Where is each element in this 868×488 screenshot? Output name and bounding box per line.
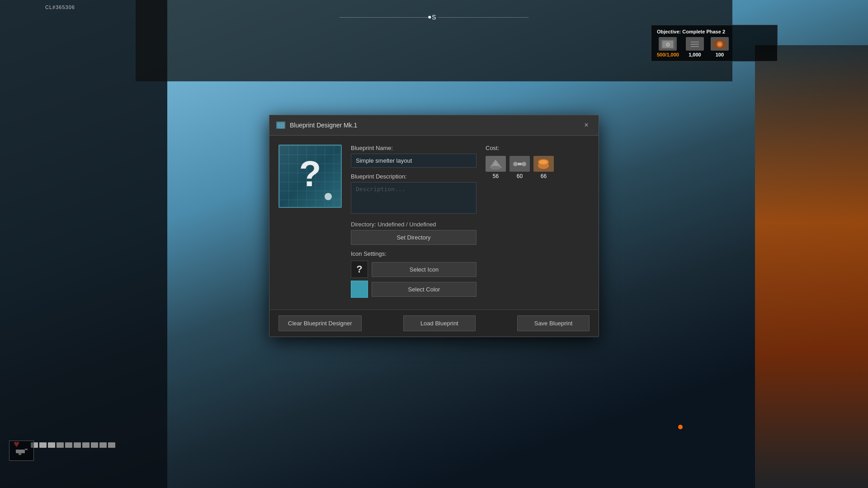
save-blueprint-button[interactable]: Save Blueprint <box>517 315 590 331</box>
select-color-row: Select Color <box>351 281 476 298</box>
svg-point-28 <box>539 160 548 164</box>
svg-point-23 <box>513 162 518 166</box>
blueprint-designer-dialog: Blueprint Designer Mk.1 × ? Blueprint Na… <box>269 115 599 337</box>
cost-icon-copper <box>533 156 554 172</box>
close-button[interactable]: × <box>581 120 592 131</box>
cost-count-copper: 66 <box>541 173 547 179</box>
blueprint-title-icon <box>276 122 285 129</box>
dot-indicator <box>325 193 332 200</box>
dialog-body: ? Blueprint Name: Blueprint Description: <box>269 136 599 310</box>
dialog-footer: Clear Blueprint Designer Load Blueprint … <box>269 310 599 337</box>
cost-panel: Cost: 56 <box>486 145 590 300</box>
dialog-titlebar: Blueprint Designer Mk.1 × <box>269 115 599 136</box>
clear-blueprint-button[interactable]: Clear Blueprint Designer <box>278 315 362 331</box>
select-icon-row: ? Select Icon <box>351 261 476 278</box>
dialog-title-left: Blueprint Designer Mk.1 <box>276 122 357 129</box>
dialog-title-text: Blueprint Designer Mk.1 <box>290 122 357 129</box>
blueprint-name-label: Blueprint Name: <box>351 145 476 151</box>
cost-icon-iron <box>486 156 506 172</box>
blueprint-preview: ? <box>278 145 342 208</box>
cost-count-iron: 56 <box>493 173 499 179</box>
icon-question-mark: ? <box>356 263 362 275</box>
cost-item-iron: 56 <box>486 156 506 179</box>
cost-item-copper: 66 <box>533 156 554 179</box>
load-blueprint-button[interactable]: Load Blueprint <box>403 315 476 331</box>
svg-point-24 <box>522 162 526 166</box>
cost-items: 56 60 <box>486 156 590 179</box>
set-directory-button[interactable]: Set Directory <box>351 230 476 245</box>
blueprint-desc-label: Blueprint Description: <box>351 173 476 180</box>
icon-preview: ? <box>351 261 368 278</box>
directory-text: Directory: Undefined / Undefined <box>351 221 476 228</box>
blueprint-name-input[interactable] <box>351 154 476 168</box>
svg-point-20 <box>490 166 501 169</box>
blueprint-question-mark: ? <box>299 156 321 192</box>
cost-label: Cost: <box>486 145 590 151</box>
form-area: Blueprint Name: Blueprint Description: D… <box>351 145 476 300</box>
blueprint-desc-input[interactable] <box>351 182 476 214</box>
blueprint-name-group: Blueprint Name: <box>351 145 476 168</box>
cost-item-metal-rod: 60 <box>509 156 530 179</box>
svg-rect-13 <box>278 123 284 128</box>
select-color-button[interactable]: Select Color <box>372 282 476 297</box>
blueprint-desc-group: Blueprint Description: <box>351 173 476 216</box>
icon-settings-area: Icon Settings: ? Select Icon Select Colo… <box>351 250 476 298</box>
cost-icon-metal-rod <box>509 156 530 172</box>
directory-group: Directory: Undefined / Undefined Set Dir… <box>351 221 476 245</box>
dialog-overlay: Blueprint Designer Mk.1 × ? Blueprint Na… <box>0 0 868 488</box>
icon-settings-label: Icon Settings: <box>351 250 476 257</box>
main-content: Blueprint Name: Blueprint Description: D… <box>351 145 590 300</box>
select-icon-button[interactable]: Select Icon <box>372 262 476 277</box>
cost-count-metal-rod: 60 <box>517 173 523 179</box>
color-preview <box>351 281 368 298</box>
